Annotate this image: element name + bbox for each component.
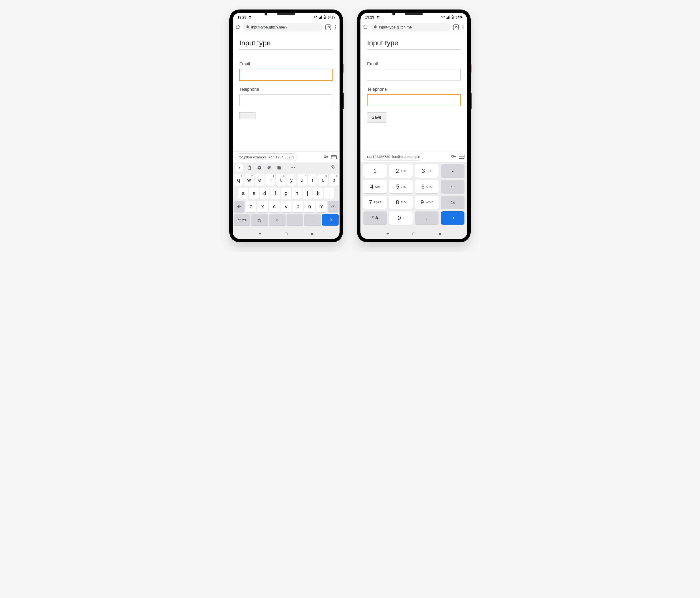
key-u[interactable]: u7	[297, 174, 307, 186]
telephone-field-group: Telephone	[239, 87, 333, 106]
clipboard-icon[interactable]	[245, 164, 254, 172]
numkey-4[interactable]: 4GHI	[363, 180, 387, 193]
key-g[interactable]: g	[281, 188, 291, 199]
telephone-input[interactable]	[367, 94, 461, 106]
key-m[interactable]: m	[316, 201, 327, 212]
browser-menu-icon[interactable]	[461, 25, 465, 29]
numkey-bksp[interactable]	[441, 196, 465, 209]
battery-icon	[451, 15, 454, 19]
key-b[interactable]: b	[293, 201, 303, 212]
key-s[interactable]: s	[249, 188, 259, 199]
enter-key[interactable]	[322, 214, 339, 226]
hourglass-icon: ⧗	[377, 15, 379, 19]
numkey-5[interactable]: 5JKL	[389, 180, 413, 193]
browser-menu-icon[interactable]	[333, 25, 337, 29]
key-h[interactable]: h	[292, 188, 302, 199]
key-t[interactable]: t5	[276, 174, 286, 186]
email-input[interactable]	[239, 69, 333, 81]
signal-icon	[318, 15, 322, 19]
numkey-7[interactable]: 7PQRS	[363, 196, 387, 209]
key-i[interactable]: i8	[308, 174, 318, 186]
key-l[interactable]: l	[324, 188, 334, 199]
save-button-peek[interactable]	[239, 112, 255, 119]
home-icon[interactable]	[235, 24, 240, 30]
autofill-secondary: foo@bar.example	[392, 155, 420, 159]
key-q[interactable]: q1	[234, 174, 243, 186]
key-y[interactable]: y6	[286, 174, 296, 186]
email-field-group: Email	[239, 61, 333, 81]
key-a[interactable]: a	[239, 188, 248, 199]
key-z[interactable]: z	[246, 201, 256, 212]
tab-switcher[interactable]: :D	[453, 24, 459, 30]
key-icon[interactable]	[323, 154, 329, 160]
email-label: Email	[367, 61, 461, 67]
nav-home-icon[interactable]	[284, 232, 288, 237]
key-w[interactable]: w2	[244, 174, 254, 186]
key-o[interactable]: o9	[319, 174, 328, 186]
numkey-␣[interactable]	[441, 180, 465, 193]
numkey-enter[interactable]	[441, 211, 465, 225]
page-title: Input type	[239, 39, 333, 50]
numkey--[interactable]: -	[441, 164, 465, 178]
numkey-0[interactable]: 0+	[389, 211, 413, 225]
space-key[interactable]	[286, 214, 303, 226]
kb-back-icon[interactable]	[235, 164, 244, 172]
save-button[interactable]: Save	[367, 112, 386, 123]
autofill-bar: foo@bar.example +44 1234 56789	[233, 151, 340, 163]
numkey-2[interactable]: 2ABC	[389, 164, 413, 178]
key-n[interactable]: n	[304, 201, 315, 212]
key-j[interactable]: j	[303, 188, 312, 199]
omnibox[interactable]: input-type.glitch.me/?	[243, 23, 323, 31]
sticker-icon[interactable]	[275, 164, 283, 172]
keyboard-toolbar	[233, 163, 340, 173]
nav-bar	[360, 230, 467, 239]
key-k[interactable]: k	[314, 188, 323, 199]
numkey-9[interactable]: 9WXYZ	[415, 196, 439, 209]
nav-home-icon[interactable]	[412, 232, 416, 237]
mic-off-icon[interactable]	[329, 164, 337, 172]
status-time: 19:23	[238, 15, 247, 19]
autofill-chip[interactable]: foo@bar.example +44 1234 56789	[235, 153, 298, 161]
home-icon[interactable]	[363, 24, 368, 30]
numkey-3[interactable]: 3DEF	[415, 164, 439, 178]
period-key[interactable]: .	[304, 214, 321, 226]
telephone-input[interactable]	[239, 94, 333, 106]
key-e[interactable]: e3	[255, 174, 265, 186]
numkey-.[interactable]: .	[415, 211, 439, 225]
key-x[interactable]: x	[257, 201, 268, 212]
shift-key[interactable]	[234, 201, 245, 212]
palette-icon[interactable]	[265, 164, 274, 172]
battery-percent: 34%	[455, 15, 462, 19]
numkey-* #[interactable]: * #	[363, 211, 387, 225]
autofill-bar: +44123456789 foo@bar.example	[360, 151, 467, 162]
omnibox[interactable]: input-type.glitch.me	[370, 23, 451, 31]
autofill-chip[interactable]: +44123456789 foo@bar.example	[363, 153, 423, 160]
numkey-1[interactable]: 1	[363, 164, 387, 178]
card-icon[interactable]	[331, 155, 337, 159]
tab-switcher[interactable]: :D	[325, 24, 331, 30]
key-r[interactable]: r4	[266, 174, 275, 186]
nav-bar	[233, 230, 340, 239]
emoji-key[interactable]: ☺	[269, 214, 286, 226]
key-c[interactable]: c	[269, 201, 280, 212]
key-p[interactable]: p0	[329, 174, 339, 186]
key-f[interactable]: f	[271, 188, 280, 199]
nav-recent-icon[interactable]	[438, 232, 442, 237]
key-icon[interactable]	[451, 154, 456, 160]
numkey-8[interactable]: 8TUV	[389, 196, 413, 209]
card-icon[interactable]	[459, 155, 465, 159]
gear-icon[interactable]	[255, 164, 264, 172]
key-d[interactable]: d	[260, 188, 270, 199]
speaker-grille	[405, 13, 423, 15]
backspace-key[interactable]	[328, 201, 339, 212]
nav-back-icon[interactable]	[385, 232, 390, 237]
screen-right: 19:23 ⧗ 34% input-type.glitch.me :D Inpu…	[360, 13, 467, 239]
nav-recent-icon[interactable]	[310, 232, 315, 237]
email-input[interactable]	[367, 69, 461, 81]
at-key[interactable]: @	[251, 214, 268, 226]
nav-back-icon[interactable]	[258, 232, 262, 237]
more-icon[interactable]	[289, 164, 297, 172]
key-v[interactable]: v	[281, 201, 292, 212]
numkey-6[interactable]: 6MNO	[415, 180, 439, 193]
symbols-key[interactable]: ?123	[234, 214, 250, 226]
